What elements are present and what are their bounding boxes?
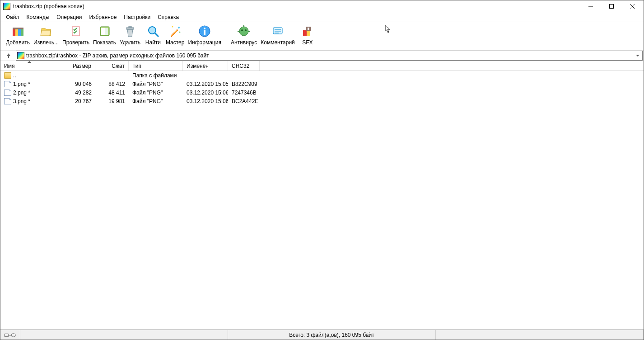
window-buttons xyxy=(580,0,643,12)
statusbar: Всего: 3 файл(а,ов), 160 095 байт xyxy=(0,330,644,340)
file-list[interactable]: ..Папка с файлами1.png *90 04688 412Файл… xyxy=(0,71,644,330)
file-row[interactable]: 2.png *49 28248 411Файл "PNG"03.12.2020 … xyxy=(0,88,644,97)
svg-point-17 xyxy=(178,27,180,28)
menubar: Файл Команды Операции Избранное Настройк… xyxy=(0,12,644,22)
column-type[interactable]: Тип xyxy=(129,61,183,71)
toolbar-wizard-label: Мастер xyxy=(166,39,185,46)
toolbar-delete-label: Удалить xyxy=(120,39,140,46)
toolbar: ДобавитьИзвлечь...ПроверитьПоказатьУдали… xyxy=(0,22,644,50)
svg-point-25 xyxy=(245,29,247,31)
file-name-label: 1.png * xyxy=(13,81,30,87)
toolbar-test-button[interactable]: Проверить xyxy=(61,23,91,47)
status-left xyxy=(20,330,228,340)
column-packed[interactable]: Сжат xyxy=(95,61,129,71)
svg-rect-36 xyxy=(308,28,309,30)
archive-icon xyxy=(17,52,24,59)
svg-point-19 xyxy=(179,32,180,33)
toolbar-extract-label: Извлечь... xyxy=(33,39,59,46)
test-icon xyxy=(69,24,83,38)
svg-rect-8 xyxy=(13,28,23,29)
menu-help[interactable]: Справка xyxy=(154,13,182,21)
toolbar-add-label: Добавить xyxy=(6,39,30,46)
file-name-label: 2.png * xyxy=(13,90,30,96)
wizard-icon xyxy=(168,24,182,38)
menu-settings[interactable]: Настройки xyxy=(120,13,154,21)
column-crc[interactable]: CRC32 xyxy=(228,61,260,71)
status-lock-icon[interactable] xyxy=(0,330,20,340)
svg-rect-1 xyxy=(610,5,614,9)
up-button[interactable] xyxy=(1,51,16,61)
toolbar-test-label: Проверить xyxy=(62,39,89,46)
close-button[interactable] xyxy=(622,0,643,12)
toolbar-sfx-button[interactable]: SFX xyxy=(297,23,318,47)
column-headers: Имя Размер Сжат Тип Изменён CRC32 xyxy=(0,61,644,71)
svg-rect-4 xyxy=(13,28,15,36)
svg-rect-37 xyxy=(5,334,9,336)
toolbar-antivirus-button[interactable]: Антивирус xyxy=(229,23,259,47)
maximize-button[interactable] xyxy=(601,0,622,12)
titlebar: trashbox.zip (пробная копия) xyxy=(0,0,644,12)
svg-point-22 xyxy=(204,28,205,29)
add-icon xyxy=(11,24,25,38)
file-icon xyxy=(4,98,11,104)
toolbar-add-button[interactable]: Добавить xyxy=(4,23,32,47)
toolbar-extract-button[interactable]: Извлечь... xyxy=(32,23,61,47)
file-row[interactable]: 3.png *20 76719 981Файл "PNG"03.12.2020 … xyxy=(0,97,644,105)
toolbar-view-button[interactable]: Показать xyxy=(91,23,118,47)
toolbar-find-label: Найти xyxy=(145,39,161,46)
delete-icon xyxy=(123,24,137,38)
path-box[interactable]: trashbox.zip\trashbox - ZIP архив, разме… xyxy=(16,51,643,61)
toolbar-comment-button[interactable]: Комментарий xyxy=(259,23,297,47)
status-right xyxy=(436,330,644,340)
column-name[interactable]: Имя xyxy=(0,61,58,71)
path-text: trashbox.zip\trashbox - ZIP архив, разме… xyxy=(26,52,634,59)
minimize-button[interactable] xyxy=(580,0,601,12)
extract-icon xyxy=(39,24,53,38)
comment-icon xyxy=(271,24,285,38)
find-icon xyxy=(146,24,160,38)
svg-rect-21 xyxy=(204,30,205,35)
column-modified[interactable]: Изменён xyxy=(183,61,228,71)
window-title: trashbox.zip (пробная копия) xyxy=(13,3,580,9)
svg-rect-7 xyxy=(21,28,23,36)
toolbar-sfx-label: SFX xyxy=(302,39,313,46)
path-dropdown-icon[interactable] xyxy=(634,52,641,59)
toolbar-info-label: Информация xyxy=(188,39,221,46)
menu-favorites[interactable]: Избранное xyxy=(86,13,121,21)
toolbar-antivirus-label: Антивирус xyxy=(231,39,257,46)
menu-file[interactable]: Файл xyxy=(2,13,23,21)
antivirus-icon xyxy=(237,24,251,38)
file-icon xyxy=(4,81,11,87)
svg-point-18 xyxy=(172,26,173,28)
view-icon xyxy=(98,24,112,38)
svg-rect-5 xyxy=(15,28,18,36)
parent-folder-row[interactable]: ..Папка с файлами xyxy=(0,71,644,80)
svg-rect-6 xyxy=(18,28,21,36)
file-row[interactable]: 1.png *90 04688 412Файл "PNG"03.12.2020 … xyxy=(0,80,644,88)
toolbar-info-button[interactable]: Информация xyxy=(186,23,223,47)
sfx-icon xyxy=(300,24,315,38)
column-size[interactable]: Размер xyxy=(58,61,95,71)
winrar-icon xyxy=(3,3,10,10)
toolbar-view-label: Показать xyxy=(93,39,116,46)
menu-commands[interactable]: Команды xyxy=(23,13,53,21)
toolbar-find-button[interactable]: Найти xyxy=(142,23,164,47)
file-name-label: .. xyxy=(13,72,16,79)
toolbar-comment-label: Комментарий xyxy=(261,39,295,46)
menu-operations[interactable]: Операции xyxy=(53,13,85,21)
svg-point-23 xyxy=(239,27,248,36)
svg-rect-12 xyxy=(105,28,108,35)
toolbar-wizard-button[interactable]: Мастер xyxy=(164,23,187,47)
svg-point-24 xyxy=(241,29,243,31)
info-icon xyxy=(197,24,212,38)
svg-rect-14 xyxy=(129,26,131,28)
svg-rect-13 xyxy=(126,28,134,29)
file-icon xyxy=(4,90,11,96)
svg-rect-11 xyxy=(101,28,105,35)
svg-line-16 xyxy=(155,33,159,37)
svg-point-38 xyxy=(11,333,15,336)
toolbar-delete-button[interactable]: Удалить xyxy=(118,23,142,47)
folder-icon xyxy=(4,72,11,79)
svg-point-15 xyxy=(149,27,156,34)
pathbar: trashbox.zip\trashbox - ZIP архив, разме… xyxy=(0,50,644,61)
